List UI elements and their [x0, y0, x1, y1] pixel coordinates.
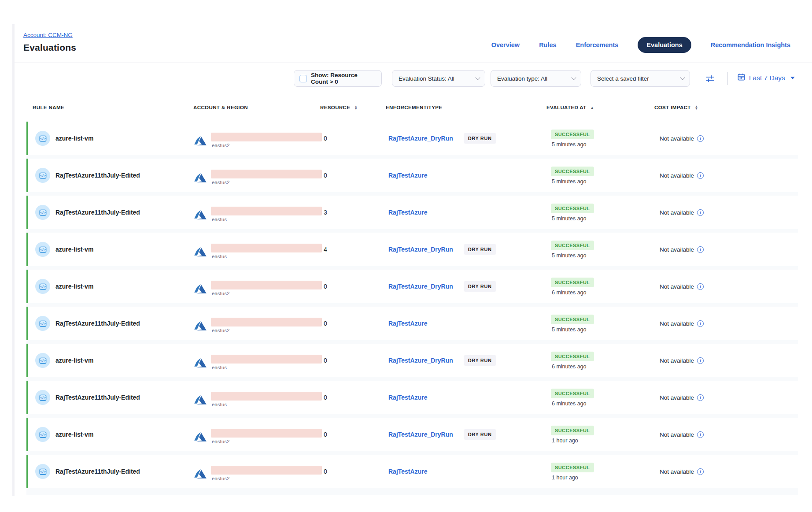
- info-icon[interactable]: i: [697, 394, 704, 401]
- enforcement-link[interactable]: RajTestAzure: [388, 209, 427, 216]
- table-row[interactable]: </> azure-list-vm eastus2 0 RajTestAzure…: [26, 418, 798, 451]
- azure-logo-icon: [193, 356, 207, 370]
- sort-icon[interactable]: ▲▼: [695, 105, 698, 110]
- enforcement-link[interactable]: RajTestAzure: [388, 320, 427, 327]
- evaluated-time: 6 minutes ago: [551, 401, 587, 407]
- info-icon[interactable]: i: [697, 283, 704, 290]
- enforcement-link[interactable]: RajTestAzure_DryRun: [388, 246, 453, 253]
- filter-sliders-icon[interactable]: [705, 74, 715, 85]
- info-icon[interactable]: i: [697, 246, 704, 253]
- enforcement-cell: RajTestAzure: [386, 394, 546, 401]
- cost-impact-cell: Not available i: [654, 431, 798, 438]
- tab-overview[interactable]: Overview: [491, 41, 520, 48]
- col-rule-name: RULE NAME: [28, 105, 193, 110]
- info-icon[interactable]: i: [697, 135, 704, 142]
- evaluated-time: 6 minutes ago: [551, 364, 587, 370]
- table-row[interactable]: </> RajTestAzure11thJuly-Edited eastus 3…: [26, 196, 798, 229]
- cost-impact-cell: Not available i: [654, 320, 798, 327]
- enforcement-link[interactable]: RajTestAzure_DryRun: [388, 135, 453, 142]
- cost-impact-value: Not available: [660, 135, 694, 142]
- cost-impact-value: Not available: [660, 246, 694, 253]
- table-row[interactable]: </> RajTestAzure11thJuly-Edited eastus2 …: [26, 455, 798, 488]
- filter-bar-divider: [727, 72, 728, 85]
- chevron-down-icon: [475, 75, 480, 80]
- evaluated-cell: SUCCESSFUL 6 minutes ago: [546, 278, 654, 296]
- breadcrumb-account-link[interactable]: Account: CCM-NG: [23, 32, 73, 38]
- tab-evaluations-active[interactable]: Evaluations: [638, 37, 691, 53]
- region-label: eastus: [212, 217, 322, 222]
- info-icon[interactable]: i: [697, 468, 704, 475]
- col-evaluated-at[interactable]: EVALUATED AT ▲: [546, 105, 654, 110]
- sort-asc-icon[interactable]: ▲: [591, 106, 594, 110]
- redacted-account-name: [211, 244, 322, 252]
- redacted-account-name: [211, 170, 322, 178]
- info-icon[interactable]: i: [697, 172, 704, 179]
- resource-count: 3: [320, 209, 386, 216]
- enforcement-link[interactable]: RajTestAzure: [388, 468, 427, 475]
- enforcement-link[interactable]: RajTestAzure: [388, 394, 427, 401]
- cost-impact-value: Not available: [660, 468, 694, 475]
- evaluation-status-dropdown[interactable]: Evaluation Status: All: [392, 70, 485, 87]
- info-icon[interactable]: i: [697, 320, 704, 327]
- cost-impact-cell: Not available i: [654, 394, 798, 401]
- table-row[interactable]: </> RajTestAzure11thJuly-Edited eastus2 …: [26, 307, 798, 340]
- table-header: RULE NAME ACCOUNT & REGION RESOURCE ▲▼ E…: [28, 105, 798, 110]
- col-resource[interactable]: RESOURCE ▲▼: [320, 105, 386, 110]
- evaluations-table-body: </> azure-list-vm eastus2 0 RajTestAzure…: [26, 122, 798, 495]
- resource-count: 0: [320, 283, 386, 290]
- region-label: eastus2: [212, 328, 322, 333]
- evaluated-time: 5 minutes ago: [551, 178, 587, 185]
- cost-impact-value: Not available: [660, 283, 694, 290]
- rule-name: azure-list-vm: [55, 431, 93, 438]
- azure-logo-icon: [193, 245, 207, 259]
- evaluated-cell: SUCCESSFUL 5 minutes ago: [546, 167, 654, 185]
- rule-script-icon: </>: [35, 353, 50, 368]
- enforcement-cell: RajTestAzure: [386, 172, 546, 179]
- table-row[interactable]: </> azure-list-vm eastus 4 RajTestAzure_…: [26, 233, 798, 266]
- tab-recommendation-insights[interactable]: Recommendation Insights: [711, 41, 790, 48]
- info-icon[interactable]: i: [697, 209, 704, 216]
- info-icon[interactable]: i: [697, 357, 704, 364]
- date-range-picker[interactable]: Last 7 Days: [737, 73, 795, 83]
- enforcement-link[interactable]: RajTestAzure_DryRun: [388, 431, 453, 438]
- rule-cell: </> RajTestAzure11thJuly-Edited: [28, 464, 193, 479]
- cost-impact-cell: Not available i: [654, 283, 798, 290]
- table-row[interactable]: </> RajTestAzure11thJuly-Edited eastus2 …: [26, 159, 798, 192]
- redacted-account-name: [211, 466, 322, 475]
- evaluation-type-dropdown-value: Evaluation type: All: [497, 75, 547, 82]
- account-region-cell: eastus2: [193, 277, 320, 296]
- enforcement-cell: RajTestAzure_DryRun DRY RUN: [386, 429, 546, 440]
- svg-text:</>: </>: [40, 322, 46, 326]
- account-region-cell: eastus2: [193, 425, 320, 444]
- azure-logo-icon: [193, 319, 207, 333]
- table-row[interactable]: </> azure-list-vm eastus2 0 RajTestAzure…: [26, 270, 798, 303]
- table-row[interactable]: </> azure-list-vm eastus 0 RajTestAzure_…: [26, 344, 798, 377]
- info-icon[interactable]: i: [697, 431, 704, 438]
- col-cost-impact[interactable]: COST IMPACT ▲▼: [654, 105, 798, 110]
- enforcement-link[interactable]: RajTestAzure_DryRun: [388, 357, 453, 364]
- table-row[interactable]: </> azure-list-vm eastus2 0 RajTestAzure…: [26, 122, 798, 155]
- evaluated-time: 5 minutes ago: [551, 141, 587, 148]
- resource-count-checkbox[interactable]: [299, 75, 307, 82]
- table-row[interactable]: </> RajTestAzure11thJuly-Edited eastus 0…: [26, 381, 798, 414]
- tab-enforcements[interactable]: Enforcements: [576, 41, 619, 48]
- rule-name: RajTestAzure11thJuly-Edited: [55, 394, 140, 401]
- rule-cell: </> azure-list-vm: [28, 279, 193, 294]
- enforcement-link[interactable]: RajTestAzure_DryRun: [388, 283, 453, 290]
- tab-rules[interactable]: Rules: [539, 41, 557, 48]
- caret-down-icon: [790, 77, 795, 79]
- enforcement-cell: RajTestAzure_DryRun DRY RUN: [386, 355, 546, 366]
- evaluation-type-dropdown[interactable]: Evaluation type: All: [491, 70, 581, 87]
- status-badge: SUCCESSFUL: [551, 130, 594, 139]
- rule-cell: </> RajTestAzure11thJuly-Edited: [28, 205, 193, 220]
- status-badge: SUCCESSFUL: [551, 315, 594, 324]
- saved-filter-dropdown[interactable]: Select a saved filter: [591, 70, 690, 87]
- enforcement-link[interactable]: RajTestAzure: [388, 172, 427, 179]
- account-region-cell: eastus2: [193, 129, 320, 148]
- cost-impact-value: Not available: [660, 394, 694, 401]
- azure-logo-icon: [193, 171, 207, 185]
- region-label: eastus: [212, 254, 322, 259]
- enforcement-cell: RajTestAzure_DryRun DRY RUN: [386, 133, 546, 144]
- sort-icon[interactable]: ▲▼: [354, 105, 358, 110]
- resource-count-filter[interactable]: Show: Resource Count > 0: [294, 70, 382, 87]
